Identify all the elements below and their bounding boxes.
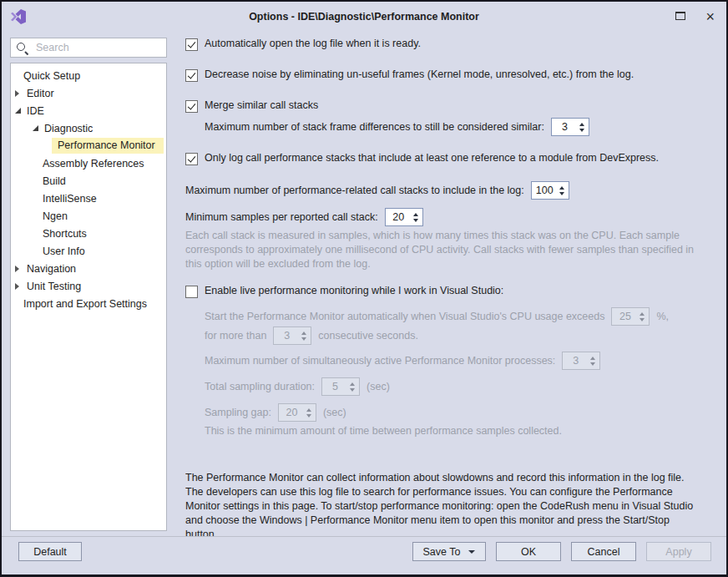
min-samples-spinner[interactable]: 20 bbox=[385, 208, 423, 226]
expand-arrow-icon[interactable] bbox=[33, 125, 41, 131]
spinner-value: 100 bbox=[532, 185, 558, 196]
tree-item-label: Assembly References bbox=[43, 158, 144, 170]
sampling-gap-note: This is the minimum amount of time betwe… bbox=[205, 425, 718, 437]
search-icon bbox=[16, 42, 28, 54]
options-tree: Quick Setup Editor IDE Diagnostic Perfor… bbox=[10, 63, 167, 531]
max-processes-label: Maximum number of simultaneously active … bbox=[205, 355, 555, 367]
spinner-value: 25 bbox=[612, 311, 638, 322]
tree-item-user-info[interactable]: User Info bbox=[11, 242, 166, 260]
collapse-arrow-icon[interactable] bbox=[15, 90, 23, 97]
dialog-title: Options - IDE\Diagnostic\Performance Mon… bbox=[2, 11, 726, 23]
tree-item-label: Diagnostic bbox=[44, 123, 93, 134]
cancel-button[interactable]: Cancel bbox=[571, 542, 636, 561]
spinner-value: 20 bbox=[386, 211, 412, 223]
merge-stacks-label: Merge similar call stacks bbox=[205, 99, 318, 111]
tree-item-ngen[interactable]: Ngen bbox=[11, 207, 166, 225]
max-processes-spinner: 3 bbox=[562, 352, 600, 370]
maximize-button[interactable] bbox=[675, 11, 685, 23]
max-call-stacks-label: Maximum number of performance-related ca… bbox=[185, 185, 524, 196]
close-button[interactable]: × bbox=[705, 9, 715, 24]
tree-item-quick-setup[interactable]: Quick Setup bbox=[11, 67, 166, 84]
max-call-stacks-spinner[interactable]: 100 bbox=[531, 181, 569, 200]
spin-up-icon bbox=[306, 408, 311, 412]
options-dialog: Options - IDE\Diagnostic\Performance Mon… bbox=[0, 0, 728, 577]
spin-down-icon[interactable] bbox=[559, 192, 564, 195]
live-monitoring-label: Enable live performance monitoring while… bbox=[205, 285, 503, 296]
chevron-down-icon bbox=[468, 550, 475, 554]
sampling-gap-suffix: (sec) bbox=[323, 407, 346, 418]
cpu-exceeds-spinner: 25 bbox=[611, 307, 650, 326]
tree-item-diagnostic[interactable]: Diagnostic bbox=[11, 119, 166, 137]
search-box[interactable] bbox=[10, 38, 167, 58]
tree-item-label: Quick Setup bbox=[23, 70, 80, 82]
tree-item-label: Shortcuts bbox=[43, 228, 87, 240]
decrease-noise-checkbox[interactable] bbox=[185, 69, 198, 82]
collapse-arrow-icon[interactable] bbox=[15, 283, 23, 290]
tree-item-unit-testing[interactable]: Unit Testing bbox=[11, 277, 166, 295]
sampling-gap-label: Sampling gap: bbox=[205, 407, 271, 418]
merge-stacks-checkbox[interactable] bbox=[185, 100, 198, 113]
only-devexpress-label: Only log call performance stacks that in… bbox=[205, 152, 659, 164]
save-to-button[interactable]: Save To bbox=[412, 542, 486, 561]
tree-item-shortcuts[interactable]: Shortcuts bbox=[11, 225, 166, 242]
spinner-value: 5 bbox=[322, 381, 348, 392]
tree-item-label: Unit Testing bbox=[27, 281, 81, 292]
titlebar: Options - IDE\Diagnostic\Performance Mon… bbox=[2, 2, 726, 32]
tree-item-navigation[interactable]: Navigation bbox=[11, 260, 166, 277]
save-to-label: Save To bbox=[423, 546, 461, 558]
spin-up-icon bbox=[301, 332, 306, 335]
tree-item-performance-monitor[interactable]: Performance Monitor bbox=[11, 137, 166, 154]
spin-down-icon bbox=[306, 414, 311, 418]
maximize-icon bbox=[675, 12, 685, 20]
spinner-value: 3 bbox=[274, 330, 300, 342]
tree-item-label: IDE bbox=[27, 105, 44, 117]
tree-item-label: Import and Export Settings bbox=[23, 298, 147, 310]
cpu-exceeds-suffix: %, bbox=[656, 311, 669, 322]
search-input[interactable] bbox=[34, 41, 161, 54]
spin-down-icon[interactable] bbox=[413, 219, 418, 222]
tree-item-assembly-references[interactable]: Assembly References bbox=[11, 154, 166, 172]
auto-open-log-checkbox[interactable] bbox=[185, 38, 198, 51]
spin-down-icon bbox=[350, 388, 355, 392]
button-bar: Default Save To OK Cancel Apply bbox=[2, 536, 726, 574]
more-than-suffix: consecutive seconds. bbox=[318, 330, 418, 342]
expand-arrow-icon[interactable] bbox=[15, 108, 23, 114]
tree-item-label: Ngen bbox=[43, 210, 68, 222]
tree-item-label: IntelliSense bbox=[43, 193, 97, 205]
duration-spinner: 5 bbox=[321, 377, 360, 396]
auto-open-log-label: Automatically open the log file when it … bbox=[205, 38, 421, 49]
tree-item-build[interactable]: Build bbox=[11, 172, 166, 190]
default-button[interactable]: Default bbox=[18, 542, 82, 561]
tree-item-label: Performance Monitor bbox=[52, 138, 164, 154]
only-devexpress-checkbox[interactable] bbox=[185, 153, 198, 165]
sidebar: Quick Setup Editor IDE Diagnostic Perfor… bbox=[10, 32, 167, 536]
spin-up-icon[interactable] bbox=[579, 123, 584, 126]
visual-studio-logo-icon bbox=[10, 8, 27, 25]
tree-item-label: Navigation bbox=[27, 263, 76, 275]
close-icon: × bbox=[705, 8, 715, 25]
max-frame-diff-label: Maximum number of stack frame difference… bbox=[205, 121, 544, 133]
duration-label: Total sampling duration: bbox=[205, 381, 315, 392]
spin-down-icon bbox=[301, 337, 306, 341]
spin-up-icon[interactable] bbox=[559, 186, 564, 190]
dialog-body: Quick Setup Editor IDE Diagnostic Perfor… bbox=[2, 32, 726, 536]
spinner-value: 3 bbox=[552, 121, 578, 133]
collapse-arrow-icon[interactable] bbox=[15, 266, 23, 272]
tree-item-intellisense[interactable]: IntelliSense bbox=[11, 190, 166, 207]
spin-up-icon bbox=[640, 312, 645, 316]
min-samples-note: Each call stack is measured in samples, … bbox=[185, 229, 698, 271]
max-frame-diff-spinner[interactable]: 3 bbox=[551, 118, 589, 136]
apply-button: Apply bbox=[646, 542, 711, 561]
ok-button[interactable]: OK bbox=[496, 542, 561, 561]
tree-item-label: Build bbox=[43, 175, 66, 187]
more-than-spinner: 3 bbox=[273, 326, 311, 345]
live-monitoring-checkbox[interactable] bbox=[185, 286, 198, 298]
spin-up-icon[interactable] bbox=[413, 213, 418, 216]
tree-item-label: Editor bbox=[27, 88, 54, 99]
tree-item-import-export-settings[interactable]: Import and Export Settings bbox=[11, 295, 166, 312]
tree-item-editor[interactable]: Editor bbox=[11, 84, 166, 102]
spin-up-icon bbox=[350, 382, 355, 386]
spin-down-icon[interactable] bbox=[579, 129, 584, 132]
more-than-label: for more than bbox=[205, 330, 266, 342]
tree-item-ide[interactable]: IDE bbox=[11, 102, 166, 119]
